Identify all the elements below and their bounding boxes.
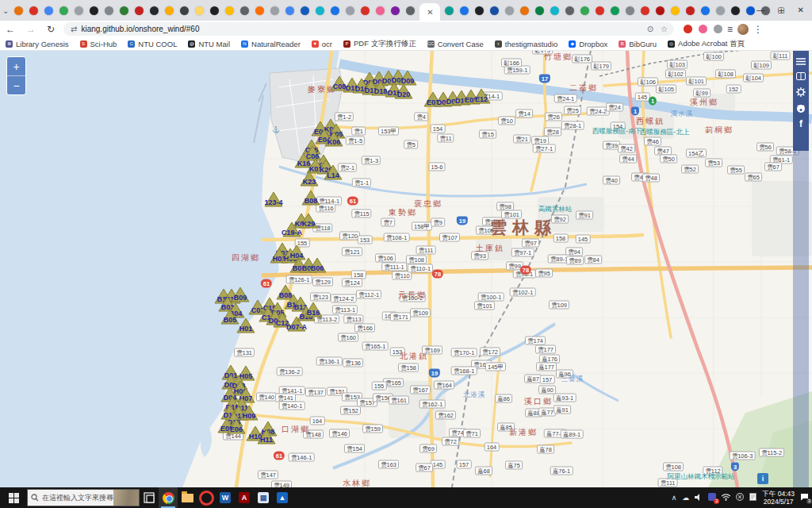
turbine-marker[interactable]: K23 bbox=[300, 171, 319, 187]
minimize-button[interactable]: — bbox=[756, 6, 764, 14]
hidden-icons-chevron[interactable]: ∧ bbox=[672, 494, 677, 502]
turbine-marker[interactable]: E06 bbox=[227, 418, 246, 434]
tab-favicon[interactable] bbox=[165, 6, 174, 15]
extension-icon[interactable] bbox=[699, 25, 707, 33]
sync-error-icon[interactable] bbox=[736, 493, 744, 502]
tab-favicon[interactable] bbox=[565, 6, 574, 15]
close-button[interactable]: ✕ bbox=[798, 6, 804, 14]
tab-favicon[interactable] bbox=[225, 6, 234, 15]
start-button[interactable] bbox=[0, 487, 27, 508]
tab-favicon[interactable] bbox=[29, 6, 38, 15]
site-settings-icon[interactable]: ⇄ bbox=[71, 25, 77, 33]
tab-favicon[interactable] bbox=[255, 6, 264, 15]
facebook-icon[interactable]: f bbox=[799, 120, 802, 128]
tab-favicon[interactable] bbox=[331, 6, 339, 15]
tab-favicon[interactable] bbox=[626, 6, 634, 15]
profile-avatar[interactable] bbox=[737, 24, 749, 35]
tab-favicon[interactable] bbox=[641, 6, 649, 15]
browser-menu-icon[interactable]: ⋮ bbox=[753, 24, 763, 35]
turbine-marker[interactable]: E12 bbox=[472, 88, 491, 104]
tab-favicon[interactable] bbox=[150, 6, 159, 15]
tab-favicon[interactable] bbox=[596, 6, 604, 15]
tab-favicon[interactable] bbox=[270, 6, 279, 15]
address-bar[interactable]: ⇄ kiang.github.io/onshore_wind/#60 ⊙ ☆ bbox=[63, 22, 674, 36]
tab-favicon[interactable] bbox=[656, 6, 665, 15]
volume-icon[interactable] bbox=[695, 494, 703, 502]
extension-icon[interactable] bbox=[684, 25, 692, 33]
turbine-marker[interactable]: H11 bbox=[257, 429, 276, 444]
taskbar-opera[interactable] bbox=[197, 487, 216, 508]
tab-favicon[interactable] bbox=[535, 6, 544, 15]
tab-favicon[interactable] bbox=[14, 6, 23, 15]
tab-groups-icon[interactable]: ≡ bbox=[727, 24, 733, 35]
taskbar-app[interactable]: ▤ bbox=[254, 487, 273, 508]
tab-favicon[interactable] bbox=[716, 6, 725, 15]
task-view-button[interactable] bbox=[140, 487, 159, 508]
zoom-in-button[interactable]: + bbox=[7, 57, 25, 76]
extension-icon[interactable] bbox=[714, 25, 722, 33]
turbine-marker[interactable]: 123-4 bbox=[264, 191, 283, 207]
bookmark-item[interactable]: S Sci-Hub bbox=[80, 40, 117, 48]
tab-favicon[interactable] bbox=[361, 6, 370, 15]
tab-favicon[interactable] bbox=[180, 6, 189, 15]
tab-favicon[interactable] bbox=[490, 6, 499, 15]
back-button[interactable]: ← bbox=[6, 24, 15, 35]
taskbar-clock[interactable]: 下午 04:43 2024/5/17 bbox=[762, 490, 795, 506]
notification-center-icon[interactable]: 3 bbox=[800, 493, 809, 502]
tab-favicon[interactable] bbox=[120, 6, 128, 15]
tab-favicon[interactable] bbox=[686, 6, 695, 15]
weather-icon[interactable]: ☁ bbox=[682, 494, 689, 502]
turbine-marker[interactable]: L14 bbox=[324, 164, 343, 180]
attribution-toggle-button[interactable]: i bbox=[757, 473, 768, 484]
taskbar-photos[interactable]: ▲ bbox=[273, 487, 292, 508]
turbine-marker[interactable]: B06 bbox=[308, 257, 327, 273]
taskbar-file-explorer[interactable] bbox=[178, 487, 197, 508]
taskbar-acrobat[interactable]: A bbox=[235, 487, 254, 508]
turbine-marker[interactable]: C19-A bbox=[282, 221, 301, 237]
turbine-marker[interactable]: D20 bbox=[394, 83, 413, 99]
bookmark-item[interactable]: C NTU COOL bbox=[128, 40, 177, 48]
gear-icon[interactable] bbox=[796, 87, 806, 97]
turbine-marker[interactable]: B16 bbox=[304, 302, 323, 318]
wifi-icon[interactable] bbox=[722, 494, 730, 502]
tab-favicon[interactable] bbox=[460, 6, 469, 15]
tab-favicon[interactable] bbox=[445, 6, 454, 15]
forward-button[interactable]: → bbox=[26, 24, 36, 35]
tab-favicon[interactable] bbox=[391, 6, 400, 15]
bookmark-item[interactable]: ◎ Adobe Acrobat 首頁 bbox=[668, 39, 745, 49]
tab-favicon[interactable] bbox=[240, 6, 249, 15]
tab-favicon[interactable] bbox=[406, 6, 415, 15]
bookmark-item[interactable]: N NaturalReader bbox=[241, 40, 301, 48]
taskbar-word[interactable]: W bbox=[216, 487, 235, 508]
book-icon[interactable] bbox=[796, 72, 806, 80]
tab-favicon[interactable] bbox=[210, 6, 219, 15]
bookmark-item[interactable]: CC Convert Case bbox=[427, 40, 484, 48]
reload-button[interactable]: ↻ bbox=[47, 24, 55, 35]
bookmark-item[interactable]: @ NTU Mail bbox=[188, 40, 230, 48]
tab-favicon[interactable] bbox=[44, 6, 53, 15]
tab-favicon[interactable] bbox=[90, 6, 98, 15]
turbine-marker[interactable]: H01 bbox=[236, 318, 255, 333]
bookmark-item[interactable]: t thestigmastudio bbox=[495, 40, 558, 48]
tab-favicon[interactable] bbox=[75, 6, 83, 15]
maximize-button[interactable]: ▢ bbox=[777, 6, 784, 14]
turbine-marker[interactable]: K06 bbox=[324, 131, 343, 147]
tab-favicon[interactable] bbox=[701, 6, 710, 15]
tab-favicon[interactable] bbox=[376, 6, 385, 15]
bookmark-item[interactable]: B BibGuru bbox=[619, 40, 657, 48]
menu-icon[interactable] bbox=[796, 57, 806, 65]
tab-favicon[interactable] bbox=[505, 6, 514, 15]
tab-scroll-chevron-icon[interactable]: ⌄ bbox=[2, 6, 9, 15]
taskbar-chrome[interactable] bbox=[159, 487, 178, 508]
tab-favicon[interactable] bbox=[731, 6, 740, 15]
taskbar-search[interactable]: 在這裡輸入文字來搜尋 bbox=[27, 489, 140, 506]
bookmark-item[interactable]: ◆ Dropbox bbox=[569, 40, 607, 48]
tab-favicon[interactable] bbox=[316, 6, 324, 15]
active-tab[interactable]: ✕ bbox=[419, 3, 440, 21]
tab-favicon[interactable] bbox=[195, 6, 204, 15]
notepad-icon[interactable] bbox=[749, 493, 756, 502]
tab-favicon[interactable] bbox=[475, 6, 484, 15]
tab-favicon[interactable] bbox=[611, 6, 619, 15]
tab-favicon[interactable] bbox=[580, 6, 589, 15]
bookmark-item[interactable]: ♥ ocr bbox=[312, 40, 332, 48]
